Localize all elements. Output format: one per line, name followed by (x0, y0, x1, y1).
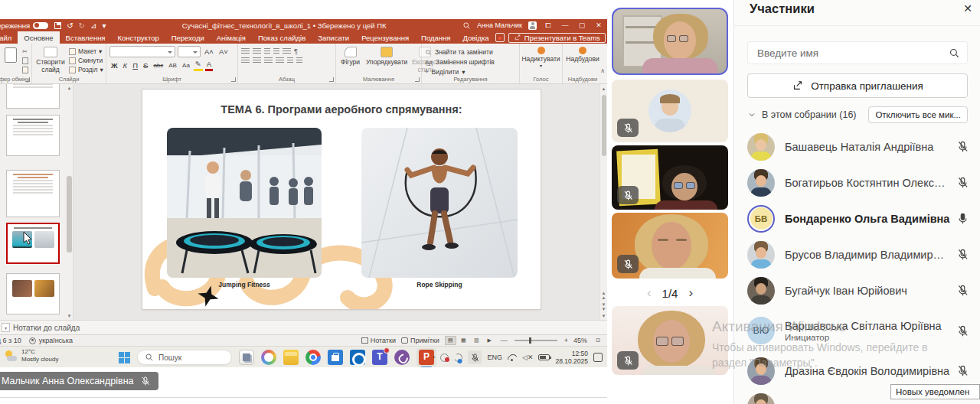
task-view-button[interactable] (239, 350, 254, 365)
collapse-ribbon-icon[interactable]: ∧ (600, 67, 605, 74)
wifi-icon[interactable] (508, 354, 517, 361)
paragraph-dialog-launcher[interactable] (329, 77, 334, 82)
grow-font-icon[interactable]: А˄ (203, 47, 215, 57)
previous-page-icon[interactable]: ‹ (647, 285, 652, 301)
justify-icon[interactable] (276, 57, 284, 64)
tab-insert[interactable]: Вставлення (60, 31, 112, 44)
clock[interactable]: 12:50 28.10.2025 (555, 350, 588, 365)
line-spacing-icon[interactable] (283, 48, 291, 54)
participant-row[interactable]: Бугайчук Іван Юрійович (734, 272, 980, 308)
thumbnail-scrollbar[interactable]: ▲ ▼ (66, 84, 73, 320)
file-explorer-button[interactable] (283, 350, 299, 365)
replace-fonts-button[interactable]: А̲д Замінення шрифтів (425, 58, 516, 66)
align-right-icon[interactable] (264, 57, 273, 64)
viber-button[interactable] (394, 350, 410, 365)
columns-icon[interactable] (287, 57, 293, 64)
slide-image-rope-skipping[interactable] (361, 128, 518, 278)
copy-icon[interactable] (22, 57, 28, 64)
reset-button[interactable]: Скинути (69, 57, 103, 64)
restore-button[interactable]: ▢ (577, 21, 587, 29)
ribbon-display-icon[interactable]: ⧠ (543, 21, 554, 30)
tab-review[interactable]: Рецензування (355, 31, 415, 44)
numbering-icon[interactable] (253, 48, 261, 54)
slideshow-icon[interactable]: ⊿ (90, 21, 96, 30)
slide-canvas[interactable]: ТЕМА 6. Програми аеробного спрямування: (142, 90, 541, 309)
bold-button[interactable]: Ж (109, 61, 119, 70)
mic-muted-icon[interactable] (956, 176, 969, 189)
mic-muted-icon[interactable] (956, 364, 969, 377)
mic-muted-icon[interactable] (956, 284, 969, 297)
comments-toggle[interactable]: Примітки (401, 337, 439, 344)
slideshow-view-button[interactable]: ▶ (484, 336, 495, 345)
video-tile[interactable] (612, 213, 728, 279)
recorder-tray-icon[interactable] (440, 354, 449, 362)
decrease-indent-icon[interactable] (264, 48, 270, 54)
microsoft-store-button[interactable] (328, 350, 343, 365)
autosave-switch-icon[interactable] (33, 22, 48, 29)
tab-home[interactable]: Основне (18, 31, 59, 44)
slide-scrollbar[interactable]: ▲ ▲▲ ▼▼ ▼ (599, 84, 607, 320)
notes-placeholder[interactable]: Нотатки до слайда (13, 324, 80, 332)
slide-thumbnail[interactable] (6, 115, 60, 156)
italic-button[interactable]: К (122, 61, 129, 70)
zoom-knob[interactable] (529, 337, 531, 344)
clear-formatting-button[interactable]: abc (152, 61, 165, 70)
tab-help[interactable]: Довідка (456, 31, 495, 44)
shapes-button[interactable]: Фігури (339, 46, 361, 75)
search-icon[interactable] (462, 21, 471, 30)
weather-widget[interactable]: 12°C Mostly cloudy (5, 348, 58, 363)
participant-search-input[interactable] (748, 47, 949, 59)
zoom-slider[interactable] (514, 340, 557, 341)
mic-muted-icon[interactable] (956, 324, 969, 337)
mic-on-icon[interactable] (956, 212, 969, 225)
drawing-dialog-launcher[interactable] (415, 77, 420, 82)
participant-row[interactable]: Дразіна Євдокія Володимирівна (734, 353, 980, 389)
tab-record[interactable]: Записати (312, 31, 355, 44)
font-name-combobox[interactable] (109, 46, 175, 57)
volume-muted-icon[interactable]: ◁✕ (522, 354, 533, 361)
next-page-icon[interactable]: › (688, 285, 693, 301)
tab-animations[interactable]: Анімація (211, 31, 252, 44)
normal-view-button[interactable]: ▤ (445, 336, 456, 345)
outlook-button[interactable] (350, 350, 365, 365)
smartart-icon[interactable] (296, 57, 302, 64)
zoom-in-icon[interactable]: + (564, 337, 568, 344)
mic-muted-icon[interactable] (956, 248, 969, 261)
select-button[interactable]: ⌖ Виділити ▾ (425, 68, 516, 76)
tray-overflow-icon[interactable]: ^ (433, 354, 436, 361)
layout-button[interactable]: Макет ▾ (69, 47, 103, 55)
highlight-color-button[interactable]: ✎ (194, 60, 203, 71)
keyboard-language[interactable]: ENG (487, 354, 502, 361)
sync-tray-icon[interactable] (453, 352, 464, 363)
account-avatar[interactable] (528, 21, 537, 30)
tab-design[interactable]: Конструктор (112, 31, 165, 44)
slide-image-jumping-fitness[interactable] (167, 128, 322, 278)
mute-all-button[interactable]: Отключить все мик... (868, 106, 968, 123)
tab-transitions[interactable]: Переходи (165, 31, 211, 44)
notes-collapse-icon[interactable]: ▾ (2, 323, 10, 332)
font-dialog-launcher[interactable] (231, 77, 236, 82)
ribbon-notification-icon[interactable] (495, 33, 505, 42)
slide-title[interactable]: ТЕМА 6. Програми аеробного спрямування: (142, 103, 541, 116)
scroll-up-icon[interactable]: ▲ (66, 86, 73, 90)
save-icon[interactable] (54, 22, 61, 29)
undo-icon[interactable]: ↺ (67, 21, 73, 30)
font-color-button[interactable]: А (205, 60, 213, 71)
search-icon[interactable] (949, 47, 960, 59)
tab-view[interactable]: Подання (415, 31, 456, 44)
scroll-up-icon[interactable]: ▲ (600, 86, 607, 91)
video-tile[interactable] (612, 306, 728, 375)
arrange-button[interactable]: Упорядкувати (364, 46, 409, 75)
language-label[interactable]: українська (39, 337, 73, 344)
cut-icon[interactable]: ✂ (22, 48, 28, 55)
shrink-font-icon[interactable]: А˅ (217, 47, 230, 57)
notification-center-icon[interactable] (593, 353, 603, 362)
video-tile-active-speaker[interactable] (612, 8, 728, 75)
chrome-button[interactable] (305, 350, 321, 365)
mic-muted-icon[interactable] (956, 140, 969, 153)
slide-thumbnail[interactable] (6, 170, 60, 217)
participant-row[interactable]: Богатирьов Костянтин Олександр... (734, 165, 980, 200)
new-slide-button[interactable]: Створити слайд (35, 46, 66, 75)
copilot-button[interactable] (261, 350, 276, 365)
find-replace-button[interactable]: Знайти та замінити (425, 48, 516, 56)
